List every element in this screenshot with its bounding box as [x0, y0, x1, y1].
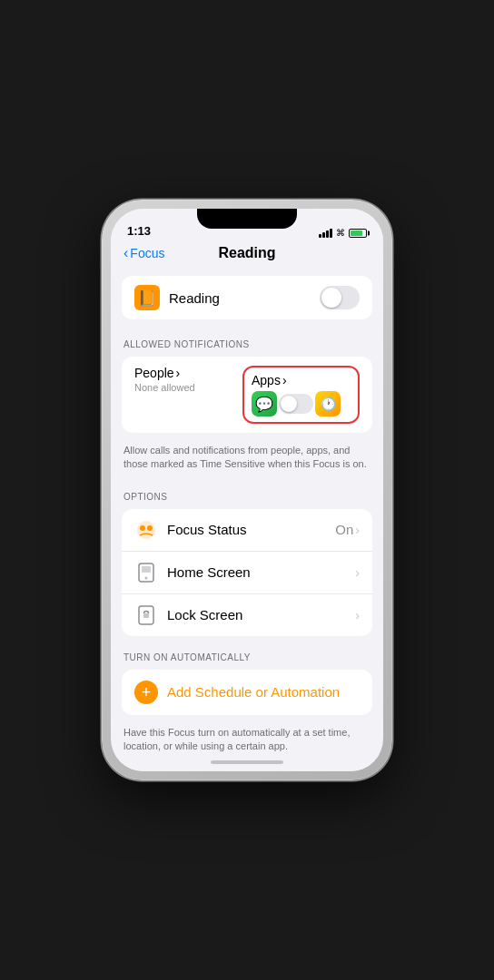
- focus-status-value: On ›: [335, 522, 360, 537]
- nav-header: ‹ Focus Reading: [111, 241, 383, 269]
- notif-description: Allow calls and notifications from peopl…: [111, 436, 383, 479]
- battery-fill: [351, 230, 362, 236]
- notch: [197, 209, 297, 229]
- apps-chevron: ›: [282, 373, 287, 387]
- reading-toggle-switch[interactable]: [320, 286, 360, 309]
- svg-point-5: [145, 576, 148, 579]
- wifi-icon: ⌘: [336, 228, 345, 238]
- focus-status-label: Focus Status: [167, 522, 326, 537]
- notif-people[interactable]: People › None allowed: [134, 366, 233, 393]
- add-icon: +: [134, 681, 158, 704]
- home-bar: [111, 753, 383, 771]
- people-chevron: ›: [176, 366, 181, 380]
- app-toggle[interactable]: [279, 394, 313, 414]
- phone-frame: 1:13 ⌘ ‹ Focus: [102, 200, 392, 780]
- apps-label[interactable]: Apps ›: [252, 373, 351, 387]
- battery-icon: [349, 229, 367, 238]
- turn-on-auto-header: TURN ON AUTOMATICALLY: [111, 640, 383, 666]
- home-screen-row[interactable]: Home Screen ›: [122, 552, 372, 594]
- home-screen-chevron: ›: [355, 565, 360, 580]
- scroll-content[interactable]: ‹ Focus Reading 📙 Reading ALLOWE: [111, 241, 383, 753]
- people-label[interactable]: People ›: [134, 366, 233, 380]
- svg-rect-4: [142, 566, 151, 573]
- svg-point-2: [147, 525, 153, 531]
- lock-screen-icon: [134, 603, 158, 627]
- home-screen-label: Home Screen: [167, 564, 346, 580]
- reading-label: Reading: [169, 290, 311, 306]
- people-sub: None allowed: [134, 382, 233, 393]
- toggle-knob: [321, 288, 341, 308]
- add-schedule-label: Add Schedule or Automation: [167, 684, 340, 700]
- notif-apps[interactable]: Apps › 💬 🕐: [242, 366, 360, 424]
- notif-row: People › None allowed Apps ›: [134, 366, 360, 424]
- add-schedule-card[interactable]: + Add Schedule or Automation: [122, 670, 372, 715]
- back-button[interactable]: ‹ Focus: [124, 246, 164, 260]
- svg-point-0: [137, 521, 155, 539]
- back-chevron-icon: ‹: [124, 246, 128, 260]
- svg-rect-7: [143, 613, 149, 618]
- focus-status-icon: [134, 518, 158, 542]
- home-screen-icon: [134, 561, 158, 584]
- add-schedule-row[interactable]: + Add Schedule or Automation: [122, 670, 372, 715]
- allowed-notifications-header: ALLOWED NOTIFICATIONS: [111, 327, 383, 353]
- home-indicator: [211, 760, 283, 764]
- reading-toggle-card: 📙 Reading: [122, 276, 372, 319]
- page-title: Reading: [218, 245, 275, 261]
- status-icons: ⌘: [319, 228, 367, 238]
- auto-description: Have this Focus turn on automatically at…: [111, 719, 383, 753]
- signal-icon: [319, 229, 332, 238]
- clock-app-icon: 🕐: [315, 391, 341, 416]
- lock-screen-label: Lock Screen: [167, 607, 346, 622]
- options-header: OPTIONS: [111, 479, 383, 505]
- reading-icon: 📙: [134, 285, 160, 310]
- options-card: Focus Status On › Home: [122, 509, 372, 636]
- reading-emoji: 📙: [138, 289, 156, 307]
- apps-icons-row: 💬 🕐: [252, 391, 351, 416]
- lock-screen-row[interactable]: Lock Screen ›: [122, 594, 372, 636]
- notifications-card: People › None allowed Apps ›: [122, 357, 372, 433]
- status-time: 1:13: [127, 224, 151, 238]
- lock-screen-chevron: ›: [355, 608, 360, 622]
- back-label: Focus: [130, 246, 164, 260]
- svg-point-1: [140, 525, 145, 531]
- messages-app-icon: 💬: [252, 391, 277, 416]
- focus-status-chevron: ›: [355, 523, 360, 537]
- reading-toggle-row: 📙 Reading: [122, 276, 372, 319]
- phone-screen: 1:13 ⌘ ‹ Focus: [111, 209, 383, 771]
- app-toggle-knob: [281, 396, 297, 412]
- focus-status-row[interactable]: Focus Status On ›: [122, 509, 372, 552]
